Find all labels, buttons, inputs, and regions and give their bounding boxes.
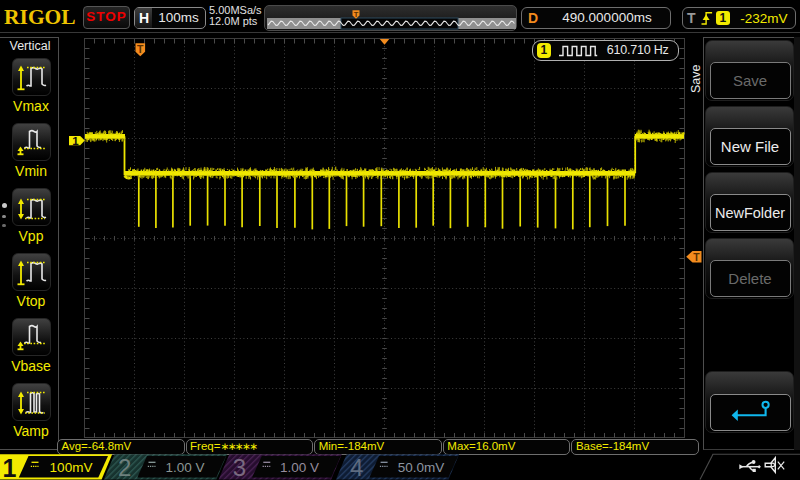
- svg-text:1: 1: [72, 135, 79, 147]
- svg-text:1.00 V: 1.00 V: [165, 460, 204, 475]
- svg-text:T: T: [137, 43, 144, 55]
- svg-text:1.00 V: 1.00 V: [280, 460, 319, 475]
- svg-text:50.0mV: 50.0mV: [398, 460, 445, 475]
- svg-text:2: 2: [118, 454, 131, 480]
- svg-text:1: 1: [3, 454, 17, 480]
- svg-text:3: 3: [233, 454, 246, 480]
- svg-text:T: T: [693, 251, 700, 263]
- svg-text:4: 4: [350, 454, 363, 480]
- svg-text:100mV: 100mV: [50, 460, 93, 475]
